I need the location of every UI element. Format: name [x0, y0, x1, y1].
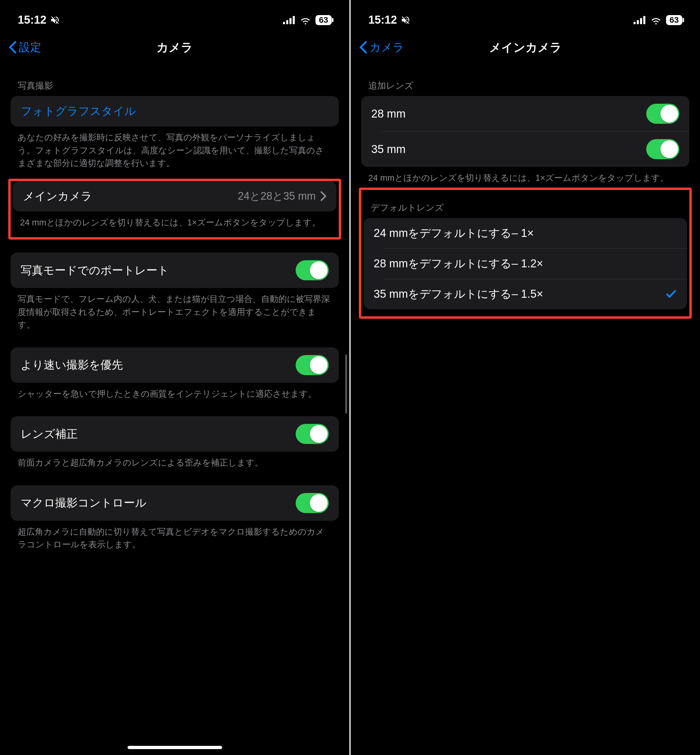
cell-group-default-lens: 24 mmをデフォルトにする– 1× 28 mmをデフォルトにする– 1.2× … [364, 218, 687, 309]
default-24-row[interactable]: 24 mmをデフォルトにする– 1× [364, 218, 687, 249]
status-bar: 15:12 63 [0, 0, 349, 33]
svg-rect-4 [634, 22, 636, 24]
section-header-additional: 追加レンズ [361, 68, 689, 96]
status-bar: 15:12 63 [351, 0, 700, 33]
highlight-default-lens: デフォルトレンズ 24 mmをデフォルトにする– 1× 28 mmをデフォルトに… [359, 188, 692, 319]
wifi-icon [300, 16, 311, 25]
wifi-icon [650, 16, 662, 25]
lens-28-row[interactable]: 28 mm [361, 96, 689, 131]
default-35-row[interactable]: 35 mmをデフォルトにする– 1.5× [373, 279, 687, 309]
default-24-label: 24 mmをデフォルトにする– 1× [373, 226, 534, 241]
photographic-styles-row[interactable]: フォトグラフスタイル [11, 96, 339, 127]
faster-row[interactable]: より速い撮影を優先 [11, 347, 339, 383]
svg-rect-3 [293, 16, 295, 24]
battery-indicator: 63 [666, 15, 682, 25]
cell-group-styles: フォトグラフスタイル [11, 96, 339, 127]
portrait-row[interactable]: 写真モードでのポートレート [11, 253, 339, 288]
battery-indicator: 63 [316, 15, 332, 25]
macro-footer: 超広角カメラに自動的に切り替えて写真とビデオをマクロ撮影するためのカメラコントロ… [11, 521, 339, 554]
additional-lens-footer: 24 mmとほかのレンズを切り替えるには、1×ズームボタンをタップします。 [361, 167, 689, 188]
lens-footer: 前面カメラと超広角カメラのレンズによる歪みを補正します。 [11, 452, 339, 472]
lens-toggle[interactable] [296, 424, 329, 444]
default-28-label: 28 mmをデフォルトにする– 1.2× [373, 256, 543, 271]
back-button[interactable]: 設定 [9, 40, 41, 55]
macro-row[interactable]: マクロ撮影コントロール [11, 485, 339, 521]
page-title: カメラ [156, 39, 193, 56]
lens-label: レンズ補正 [21, 427, 78, 442]
portrait-footer: 写真モードで、フレーム内の人、犬、または猫が目立つ場合、自動的に被写界深度情報が… [11, 288, 339, 335]
check-icon [665, 288, 677, 300]
default-35-label: 35 mmをデフォルトにする– 1.5× [373, 286, 543, 302]
content-left: 写真撮影 フォトグラフスタイル あなたの好みを撮影時に反映させて、写真の外観をパ… [0, 62, 349, 755]
svg-rect-7 [643, 16, 645, 24]
faster-footer: シャッターを急いで押したときの画質をインテリジェントに適応させます。 [11, 383, 339, 403]
lens-35-toggle[interactable] [646, 139, 679, 159]
cell-group-portrait: 写真モードでのポートレート [11, 253, 339, 288]
lens-28-label: 28 mm [371, 108, 406, 120]
section-header-default: デフォルトレンズ [364, 190, 687, 218]
phone-right: 15:12 63 カメラ メインカメラ 追加レンズ 28 mm [351, 0, 700, 755]
back-label: カメラ [369, 40, 404, 55]
lens-35-label: 35 mm [371, 143, 406, 156]
home-indicator[interactable] [128, 746, 222, 749]
cell-group-faster: より速い撮影を優先 [11, 347, 339, 383]
mute-icon [400, 15, 411, 25]
mute-icon [50, 15, 60, 25]
signal-icon [283, 16, 295, 24]
status-time: 15:12 [18, 14, 46, 26]
macro-label: マクロ撮影コントロール [21, 496, 147, 510]
svg-rect-1 [286, 20, 288, 24]
content-right: 追加レンズ 28 mm 35 mm 24 mmとほかのレンズを切り替えるには、1… [351, 62, 700, 755]
phone-left: 15:12 63 設定 カメラ 写真撮影 フォトグラフスタイル [0, 0, 349, 755]
highlight-main-camera: メインカメラ 24と28と35 mm 24 mmとほかのレンズを切り替えるには、… [8, 179, 341, 240]
main-camera-row[interactable]: メインカメラ 24と28と35 mm [13, 181, 336, 211]
signal-icon [634, 16, 646, 24]
macro-toggle[interactable] [296, 493, 329, 513]
lens-35-row[interactable]: 35 mm [371, 131, 689, 167]
svg-rect-0 [283, 22, 285, 24]
back-button[interactable]: カメラ [359, 40, 404, 55]
svg-rect-2 [289, 18, 292, 24]
lens-28-toggle[interactable] [646, 104, 679, 124]
svg-rect-6 [640, 18, 642, 24]
nav-bar: 設定 カメラ [0, 33, 349, 62]
scroll-indicator[interactable] [345, 355, 347, 414]
lens-row[interactable]: レンズ補正 [11, 416, 339, 452]
cell-group-additional-lens: 28 mm 35 mm [361, 96, 689, 167]
chevron-right-icon [320, 191, 327, 201]
photographic-styles-label: フォトグラフスタイル [21, 104, 136, 119]
default-28-row[interactable]: 28 mmをデフォルトにする– 1.2× [373, 249, 687, 279]
faster-toggle[interactable] [296, 355, 329, 375]
cell-group-macro: マクロ撮影コントロール [11, 485, 339, 521]
cell-group-lens: レンズ補正 [11, 416, 339, 452]
status-time: 15:12 [368, 14, 397, 26]
portrait-label: 写真モードでのポートレート [21, 263, 169, 278]
main-camera-label: メインカメラ [23, 189, 92, 204]
main-camera-footer: 24 mmとほかのレンズを切り替えるには、1×ズームボタンをタップします。 [13, 211, 336, 232]
portrait-toggle[interactable] [296, 260, 329, 280]
back-label: 設定 [19, 40, 41, 55]
section-header-photo: 写真撮影 [11, 68, 339, 96]
page-title: メインカメラ [489, 39, 562, 56]
photographic-styles-footer: あなたの好みを撮影時に反映させて、写真の外観をパーソナライズしましょう。フォトグ… [11, 127, 339, 173]
faster-label: より速い撮影を優先 [21, 357, 123, 372]
cell-group-main-camera: メインカメラ 24と28と35 mm [13, 181, 336, 211]
main-camera-value: 24と28と35 mm [238, 189, 316, 203]
nav-bar: カメラ メインカメラ [351, 33, 700, 62]
svg-rect-5 [637, 20, 639, 24]
